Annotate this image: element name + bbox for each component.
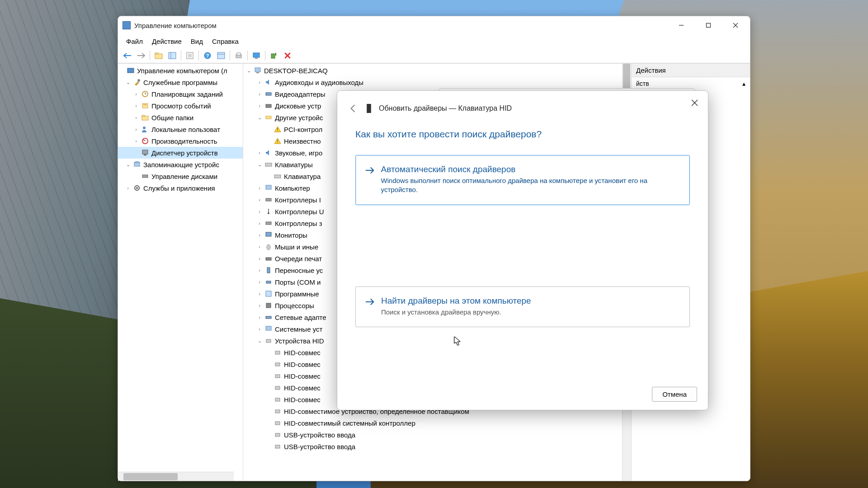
dev-hid-item[interactable]: HID-совмес: [283, 394, 321, 405]
nav-disk-management[interactable]: Управление дисками: [151, 171, 218, 182]
refresh-button[interactable]: [214, 49, 228, 62]
menu-action[interactable]: Действие: [147, 36, 186, 47]
dev-system[interactable]: Системные уст: [274, 324, 323, 335]
menu-file[interactable]: Файл: [122, 36, 147, 47]
dev-ide[interactable]: Контроллеры I: [274, 194, 322, 206]
nav-scheduler[interactable]: Планировщик заданий: [151, 89, 224, 100]
collapse-icon[interactable]: ⌄: [245, 65, 252, 76]
maximize-button[interactable]: [695, 16, 722, 34]
option-auto-search[interactable]: Автоматический поиск драйверов Windows в…: [355, 155, 690, 205]
nav-shared-folders[interactable]: Общие папки: [151, 112, 194, 123]
option-browse-computer[interactable]: Найти драйверы на этом компьютере Поиск …: [355, 286, 690, 327]
expand-icon[interactable]: ›: [256, 147, 263, 159]
dev-software[interactable]: Программные: [274, 288, 320, 300]
dev-other[interactable]: Другие устройс: [274, 112, 324, 123]
dev-portable[interactable]: Переносные ус: [274, 265, 324, 276]
dev-ports[interactable]: Порты (COM и: [274, 277, 322, 288]
nav-sys-tools[interactable]: Служебные программы: [142, 77, 218, 88]
dev-keyboards[interactable]: Клавиатуры: [274, 159, 314, 170]
dev-sound[interactable]: Звуковые, игро: [274, 147, 323, 159]
cancel-button[interactable]: Отмена: [652, 387, 697, 402]
expand-icon[interactable]: ›: [124, 183, 132, 194]
dev-hid[interactable]: Устройства HID: [274, 335, 325, 347]
expand-icon[interactable]: ›: [256, 241, 263, 253]
expand-icon[interactable]: ›: [256, 324, 263, 335]
expand-icon[interactable]: ›: [256, 77, 263, 88]
dev-host[interactable]: DESKTOP-BEJICAQ: [263, 65, 329, 76]
add-hardware-button[interactable]: [267, 49, 281, 62]
collapse-icon[interactable]: ⌄: [256, 159, 263, 170]
dev-storage-ctrl[interactable]: Контроллеры з: [274, 218, 323, 229]
collapse-icon[interactable]: ⌄: [256, 335, 263, 347]
nav-local-users[interactable]: Локальные пользоват: [151, 124, 221, 135]
expand-icon[interactable]: ›: [256, 89, 263, 100]
dev-keyboard-item[interactable]: Клавиатура: [283, 171, 321, 182]
back-button[interactable]: [121, 49, 134, 62]
dev-hid-sys[interactable]: HID-совместимый системный контроллер: [283, 418, 416, 429]
dev-hid-item[interactable]: HID-совмес: [283, 371, 321, 382]
close-button[interactable]: [722, 16, 749, 34]
nav-storage[interactable]: Запоминающие устройс: [142, 159, 220, 170]
dialog-back-button[interactable]: [347, 103, 359, 114]
expand-icon[interactable]: ›: [256, 218, 263, 229]
dev-network[interactable]: Сетевые адапте: [274, 312, 327, 323]
dev-disk[interactable]: Дисковые устр: [274, 100, 322, 112]
dev-cpu[interactable]: Процессоры: [274, 300, 315, 311]
expand-icon[interactable]: ›: [132, 136, 140, 147]
nav-performance[interactable]: Производительность: [151, 136, 218, 147]
svg-rect-36: [142, 150, 148, 154]
titlebar[interactable]: Управление компьютером: [118, 16, 750, 34]
expand-icon[interactable]: ›: [132, 124, 140, 135]
expand-icon[interactable]: ›: [256, 100, 263, 112]
nav-event-viewer[interactable]: Просмотр событий: [151, 100, 212, 112]
dev-hid-item[interactable]: HID-совмес: [283, 382, 321, 394]
dev-unknown[interactable]: Неизвестно: [283, 136, 322, 147]
scrollbar-thumb[interactable]: [123, 473, 178, 480]
dev-usb[interactable]: Контроллеры U: [274, 206, 325, 217]
help-button[interactable]: ?: [201, 49, 214, 62]
monitor-button[interactable]: [250, 49, 263, 62]
expand-icon[interactable]: ›: [256, 253, 263, 264]
up-button[interactable]: [152, 49, 165, 62]
dev-hid-item[interactable]: HID-совмес: [283, 359, 321, 370]
expand-icon[interactable]: ⌄: [124, 159, 132, 170]
dev-monitors[interactable]: Мониторы: [274, 230, 308, 241]
menu-help[interactable]: Справка: [208, 36, 243, 47]
dev-hid-item[interactable]: HID-совмес: [283, 347, 321, 358]
expand-icon[interactable]: ›: [132, 112, 140, 123]
dev-print[interactable]: Очереди печат: [274, 253, 323, 264]
properties-button[interactable]: [183, 49, 197, 62]
dev-usb-input[interactable]: USB-устройство ввода: [283, 441, 356, 452]
menu-view[interactable]: Вид: [186, 36, 208, 47]
expand-icon[interactable]: ›: [256, 265, 263, 276]
nav-device-manager[interactable]: Диспетчер устройств: [151, 147, 219, 159]
h-scrollbar[interactable]: [118, 472, 234, 481]
nav-tree[interactable]: Управление компьютером (л ⌄Служебные про…: [118, 64, 243, 481]
print-button[interactable]: [232, 49, 245, 62]
expand-icon[interactable]: ›: [256, 277, 263, 288]
expand-icon[interactable]: ›: [256, 230, 263, 241]
expand-icon[interactable]: ›: [256, 183, 263, 194]
dev-mice[interactable]: Мыши и иные: [274, 241, 319, 253]
expand-icon[interactable]: ›: [256, 194, 263, 206]
dev-computer[interactable]: Компьютер: [274, 183, 311, 194]
minimize-button[interactable]: [668, 16, 695, 34]
nav-services[interactable]: Службы и приложения: [142, 183, 216, 194]
dev-audio[interactable]: Аудиовходы и аудиовыходы: [274, 77, 364, 88]
forward-button[interactable]: [134, 49, 148, 62]
expand-icon[interactable]: ›: [132, 89, 140, 100]
show-hide-tree-button[interactable]: [165, 49, 179, 62]
delete-button[interactable]: [281, 49, 294, 62]
dev-pci[interactable]: PCI-контрол: [283, 124, 323, 135]
collapse-icon[interactable]: ⌄: [256, 112, 263, 123]
nav-root[interactable]: Управление компьютером (л: [136, 65, 228, 76]
expand-icon[interactable]: ›: [256, 206, 263, 217]
dev-usb-input[interactable]: USB-устройство ввода: [283, 429, 356, 441]
dialog-close-button[interactable]: [684, 94, 704, 111]
expand-icon[interactable]: ›: [256, 288, 263, 300]
expand-icon[interactable]: ›: [132, 100, 140, 112]
expand-icon[interactable]: ⌄: [124, 77, 132, 88]
dev-video[interactable]: Видеоадаптеры: [274, 89, 326, 100]
expand-icon[interactable]: ›: [256, 312, 263, 323]
expand-icon[interactable]: ›: [256, 300, 263, 311]
